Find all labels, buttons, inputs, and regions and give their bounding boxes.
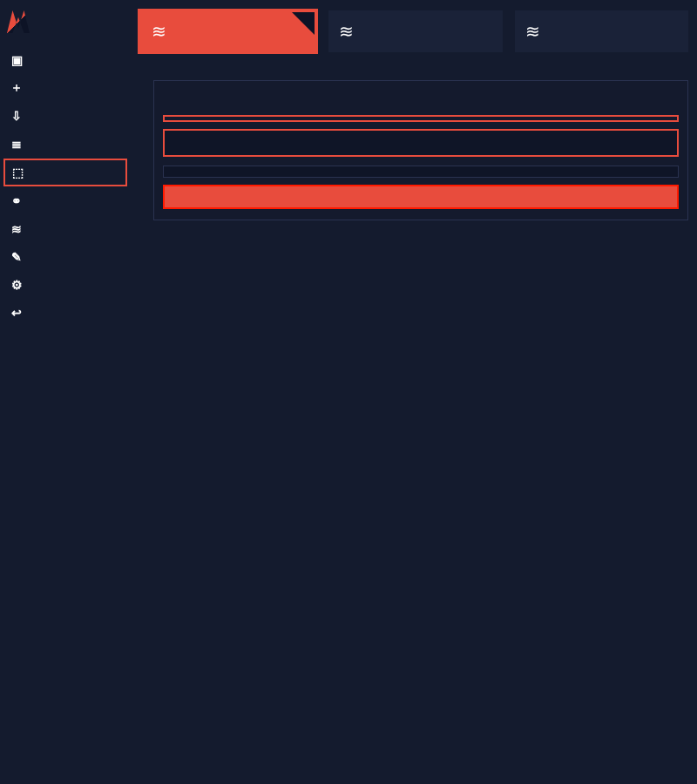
main-content: ≋ ≋ ≋ <box>131 0 697 784</box>
amount-input[interactable] <box>163 129 679 157</box>
sidebar: ▣ ＋ ⇩ ≣ ⬚ ⚭ ≋ ✎ <box>0 0 131 784</box>
layers-icon: ≋ <box>525 21 540 42</box>
partners-icon: ⚭ <box>10 194 24 208</box>
wallet-plus-icon: ＋ <box>10 81 24 95</box>
list-icon: ≣ <box>10 137 24 151</box>
layers-icon: ≋ <box>339 21 354 42</box>
sidebar-item-promotional[interactable]: ✎ <box>3 244 127 270</box>
tab-manual-exchanges[interactable]: ≋ <box>328 10 502 52</box>
layers-icon: ≋ <box>152 21 166 42</box>
megaphone-icon: ✎ <box>10 250 24 264</box>
sidebar-item-partners[interactable]: ⚭ <box>3 188 127 214</box>
withdraw-icon: ⇩ <box>10 109 24 123</box>
tab-cash-exchanges[interactable]: ≋ <box>515 10 688 52</box>
sidebar-item-dashboard[interactable]: ▣ <box>3 47 127 73</box>
calculate-income-title <box>163 88 679 108</box>
total-profit-value <box>163 166 679 178</box>
sidebar-item-add-balance[interactable]: ＋ <box>3 75 127 101</box>
sidebar-item-transactions[interactable]: ≋ <box>3 216 127 242</box>
sidebar-item-my-deposits[interactable]: ≣ <box>3 131 127 157</box>
deposit-icon: ⬚ <box>10 166 24 179</box>
dashboard-icon: ▣ <box>10 53 24 67</box>
gear-icon: ⚙ <box>10 278 24 292</box>
logout-icon: ↩ <box>10 306 24 320</box>
sidebar-item-withdraw[interactable]: ⇩ <box>3 103 127 129</box>
brand-logo <box>3 7 127 45</box>
chosen-ribbon <box>292 12 315 35</box>
plans-row-2 <box>139 80 688 220</box>
currency-grid <box>163 115 679 122</box>
sidebar-item-settings[interactable]: ⚙ <box>3 272 127 298</box>
brand-mark-icon <box>7 10 30 33</box>
sidebar-item-logout[interactable]: ↩ <box>3 300 127 326</box>
sidebar-item-open-deposit[interactable]: ⬚ <box>3 159 127 186</box>
stack-icon: ≋ <box>10 222 24 236</box>
tab-crypto-trading[interactable]: ≋ <box>139 10 316 52</box>
open-deposit-button[interactable] <box>163 185 679 209</box>
calculate-income-panel <box>153 80 688 220</box>
tabs-row: ≋ ≋ ≋ <box>139 10 688 52</box>
